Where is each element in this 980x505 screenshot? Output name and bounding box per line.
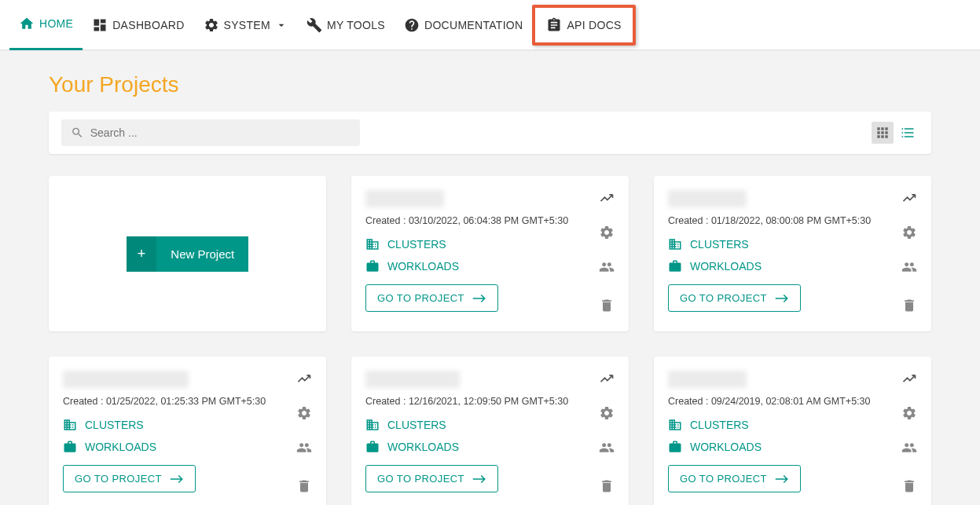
nav-documentation[interactable]: DOCUMENTATION bbox=[395, 0, 532, 50]
workloads-icon bbox=[365, 259, 380, 273]
settings-icon[interactable] bbox=[296, 405, 312, 424]
workloads-label: WORKLOADS bbox=[387, 441, 459, 453]
workloads-icon bbox=[668, 440, 682, 454]
nav-label: DASHBOARD bbox=[112, 19, 184, 31]
arrow-right-icon bbox=[775, 474, 789, 485]
toolbar bbox=[49, 112, 931, 154]
view-list-button[interactable] bbox=[897, 122, 919, 144]
workloads-label: WORKLOADS bbox=[690, 260, 762, 273]
goto-project-button[interactable]: GO TO PROJECT bbox=[365, 284, 498, 312]
nav-api-docs[interactable]: API DOCS bbox=[537, 9, 630, 41]
new-project-card: + New Project bbox=[49, 176, 326, 331]
nav-system[interactable]: SYSTEM bbox=[194, 0, 297, 50]
users-icon[interactable] bbox=[599, 259, 615, 278]
search-box[interactable] bbox=[61, 119, 360, 146]
goto-label: GO TO PROJECT bbox=[75, 473, 162, 485]
project-card: Created : 01/18/2022, 08:00:08 PM GMT+5:… bbox=[654, 176, 931, 331]
view-grid-button[interactable] bbox=[872, 122, 894, 144]
project-name-redacted bbox=[668, 371, 747, 388]
plus-icon: + bbox=[127, 236, 157, 272]
goto-project-button[interactable]: GO TO PROJECT bbox=[365, 465, 498, 492]
arrow-right-icon bbox=[170, 474, 184, 485]
project-card: Created : 01/25/2022, 01:25:33 PM GMT+5:… bbox=[49, 357, 326, 505]
new-project-label: New Project bbox=[156, 238, 248, 270]
nav-api-docs-highlight: API DOCS bbox=[532, 5, 635, 46]
project-created: Created : 01/18/2022, 08:00:08 PM GMT+5:… bbox=[668, 215, 917, 226]
clusters-link[interactable]: CLUSTERS bbox=[668, 418, 917, 432]
delete-icon[interactable] bbox=[599, 297, 615, 317]
settings-icon[interactable] bbox=[599, 225, 615, 243]
clusters-icon bbox=[365, 237, 380, 251]
gear-icon bbox=[204, 17, 219, 33]
goto-label: GO TO PROJECT bbox=[680, 473, 767, 485]
nav-label: HOME bbox=[39, 17, 73, 30]
search-input[interactable] bbox=[90, 126, 351, 139]
users-icon[interactable] bbox=[901, 259, 917, 278]
workloads-link[interactable]: WORKLOADS bbox=[63, 440, 312, 454]
clusters-icon bbox=[365, 418, 380, 432]
trending-icon[interactable] bbox=[599, 371, 615, 390]
delete-icon[interactable] bbox=[296, 478, 312, 498]
clusters-link[interactable]: CLUSTERS bbox=[63, 418, 312, 432]
settings-icon[interactable] bbox=[599, 405, 615, 424]
workloads-link[interactable]: WORKLOADS bbox=[365, 259, 615, 273]
clusters-icon bbox=[668, 418, 682, 432]
clusters-label: CLUSTERS bbox=[387, 419, 446, 431]
workloads-icon bbox=[63, 440, 77, 454]
users-icon[interactable] bbox=[599, 440, 615, 459]
workloads-label: WORKLOADS bbox=[85, 441, 156, 453]
workloads-link[interactable]: WORKLOADS bbox=[668, 440, 917, 454]
nav-label: API DOCS bbox=[567, 19, 621, 31]
goto-project-button[interactable]: GO TO PROJECT bbox=[668, 465, 801, 492]
trending-icon[interactable] bbox=[296, 371, 312, 390]
trending-icon[interactable] bbox=[901, 371, 917, 390]
view-toggles bbox=[872, 122, 919, 144]
project-name-redacted bbox=[365, 371, 460, 388]
trending-icon[interactable] bbox=[901, 190, 917, 209]
users-icon[interactable] bbox=[296, 440, 312, 459]
list-icon bbox=[900, 125, 916, 141]
nav-dashboard[interactable]: DASHBOARD bbox=[83, 0, 193, 50]
delete-icon[interactable] bbox=[599, 478, 615, 498]
clusters-link[interactable]: CLUSTERS bbox=[668, 237, 917, 251]
users-icon[interactable] bbox=[901, 440, 917, 459]
clusters-label: CLUSTERS bbox=[690, 238, 749, 251]
project-card: Created : 03/10/2022, 06:04:38 PM GMT+5:… bbox=[351, 176, 629, 331]
projects-grid: + New Project Created : 03/10/2022, 06:0… bbox=[49, 176, 931, 505]
project-created: Created : 12/16/2021, 12:09:50 PM GMT+5:… bbox=[365, 396, 615, 407]
workloads-link[interactable]: WORKLOADS bbox=[668, 259, 917, 273]
new-project-button[interactable]: + New Project bbox=[127, 236, 248, 272]
project-card: Created : 09/24/2019, 02:08:01 AM GMT+5:… bbox=[654, 357, 931, 505]
workloads-label: WORKLOADS bbox=[387, 260, 459, 273]
workloads-link[interactable]: WORKLOADS bbox=[365, 440, 615, 454]
clusters-icon bbox=[63, 418, 77, 432]
delete-icon[interactable] bbox=[901, 297, 917, 317]
arrow-right-icon bbox=[472, 293, 486, 304]
nav-label: SYSTEM bbox=[224, 19, 270, 31]
clipboard-icon bbox=[546, 17, 562, 33]
project-created: Created : 03/10/2022, 06:04:38 PM GMT+5:… bbox=[365, 215, 615, 226]
nav-label: MY TOOLS bbox=[327, 19, 385, 31]
workloads-label: WORKLOADS bbox=[690, 441, 762, 453]
page-title: Your Projects bbox=[49, 72, 931, 97]
project-created: Created : 09/24/2019, 02:08:01 AM GMT+5:… bbox=[668, 396, 917, 407]
home-icon bbox=[19, 16, 35, 31]
goto-project-button[interactable]: GO TO PROJECT bbox=[668, 284, 801, 312]
settings-icon[interactable] bbox=[901, 225, 917, 243]
nav-my-tools[interactable]: MY TOOLS bbox=[297, 0, 395, 50]
nav-label: DOCUMENTATION bbox=[424, 19, 523, 31]
workloads-icon bbox=[365, 440, 380, 454]
settings-icon[interactable] bbox=[901, 405, 917, 424]
dashboard-icon bbox=[92, 17, 108, 33]
wrench-icon bbox=[306, 17, 322, 33]
search-icon bbox=[71, 126, 84, 140]
goto-project-button[interactable]: GO TO PROJECT bbox=[63, 465, 196, 492]
clusters-link[interactable]: CLUSTERS bbox=[365, 237, 615, 251]
trending-icon[interactable] bbox=[599, 190, 615, 209]
clusters-label: CLUSTERS bbox=[690, 419, 749, 431]
nav-home[interactable]: HOME bbox=[9, 0, 83, 50]
delete-icon[interactable] bbox=[901, 478, 917, 498]
clusters-link[interactable]: CLUSTERS bbox=[365, 418, 615, 432]
project-name-redacted bbox=[365, 190, 444, 207]
grid-icon bbox=[875, 125, 890, 141]
